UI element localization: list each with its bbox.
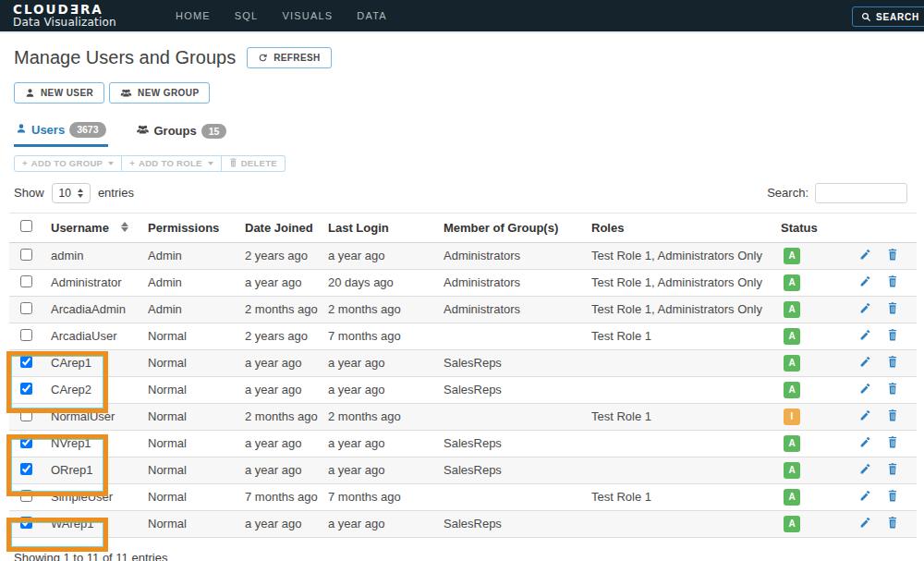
entries-summary: Showing 1 to 11 of 11 entries [14, 551, 924, 561]
edit-pencil-icon[interactable] [859, 490, 871, 502]
delete-trash-icon[interactable] [887, 302, 898, 314]
cell-date-joined: a year ago [245, 376, 328, 403]
add-to-role-button[interactable]: + ADD TO ROLE [122, 155, 221, 172]
cell-last-login: 20 days ago [328, 269, 444, 296]
edit-pencil-icon[interactable] [859, 356, 871, 368]
add-to-group-label: ADD TO GROUP [31, 158, 103, 168]
table-search-input[interactable] [815, 183, 907, 203]
edit-pencil-icon[interactable] [859, 383, 871, 395]
header-member-of-groups[interactable]: Member of Group(s) [444, 213, 591, 242]
cell-roles [591, 430, 781, 457]
edit-pencil-icon[interactable] [859, 409, 871, 421]
delete-trash-icon[interactable] [887, 409, 898, 421]
sort-icon[interactable] [121, 222, 128, 232]
header-date-joined[interactable]: Date Joined [245, 213, 328, 242]
edit-pencil-icon[interactable] [859, 249, 871, 261]
edit-pencil-icon[interactable] [859, 436, 871, 448]
cell-member-of-groups: SalesReps [444, 457, 591, 483]
status-badge: A [784, 382, 800, 398]
row-checkbox[interactable] [20, 436, 32, 448]
cell-roles [591, 510, 781, 537]
cell-date-joined: 7 months ago [245, 483, 328, 510]
nav-item-visuals[interactable]: VISUALS [282, 3, 333, 29]
cell-date-joined: 2 months ago [245, 296, 328, 323]
users-group-icon [120, 88, 132, 98]
row-checkbox[interactable] [20, 302, 32, 314]
cell-permissions: Normal [148, 483, 245, 510]
cell-username: CArep1 [51, 349, 148, 376]
cell-permissions: Normal [148, 430, 245, 457]
delete-trash-icon[interactable] [887, 490, 898, 502]
row-checkbox[interactable] [20, 356, 32, 368]
header-status[interactable]: Status [781, 213, 850, 242]
header-roles[interactable]: Roles [591, 213, 781, 242]
table-row: WArep1 Normal a year ago a year ago Sale… [9, 510, 917, 537]
delete-button[interactable]: DELETE [222, 155, 286, 172]
row-checkbox[interactable] [20, 249, 32, 261]
row-checkbox[interactable] [20, 490, 32, 502]
edit-pencil-icon[interactable] [859, 275, 871, 287]
refresh-button[interactable]: REFRESH [247, 47, 332, 68]
nav-item-home[interactable]: HOME [176, 3, 211, 29]
page-size-select[interactable]: 10 [52, 183, 91, 203]
row-checkbox[interactable] [20, 329, 32, 341]
table-row: ArcadiaUser Normal 2 years ago 7 months … [9, 323, 917, 349]
add-to-role-label: ADD TO ROLE [139, 158, 202, 168]
edit-pencil-icon[interactable] [859, 463, 871, 475]
row-checkbox[interactable] [20, 409, 32, 421]
edit-pencil-icon[interactable] [859, 329, 871, 341]
bulk-actions-toolbar: + ADD TO GROUP + ADD TO ROLE DELETE [14, 155, 924, 172]
delete-trash-icon[interactable] [887, 356, 898, 368]
nav-menu: HOME SQL VISUALS DATA [176, 3, 411, 29]
header-last-login[interactable]: Last Login [328, 213, 444, 242]
top-navbar: CLOUDƎRA Data Visualization HOME SQL VIS… [0, 0, 924, 33]
add-to-group-button[interactable]: + ADD TO GROUP [14, 155, 122, 172]
refresh-button-label: REFRESH [274, 53, 321, 63]
delete-trash-icon[interactable] [887, 383, 898, 395]
cell-last-login: a year ago [328, 510, 444, 537]
refresh-icon [258, 53, 268, 63]
select-all-checkbox[interactable] [20, 220, 32, 232]
cell-last-login: 2 months ago [328, 403, 444, 430]
status-badge: A [784, 462, 800, 479]
cell-permissions: Normal [148, 323, 245, 349]
delete-trash-icon[interactable] [887, 275, 898, 287]
table-row: admin Admin 2 years ago a year ago Admin… [9, 242, 917, 269]
table-row: SimpleUser Normal 7 months ago 7 months … [9, 483, 917, 510]
tab-users[interactable]: Users 3673 [14, 120, 108, 147]
row-checkbox[interactable] [20, 463, 32, 475]
edit-pencil-icon[interactable] [859, 302, 871, 314]
new-group-button[interactable]: NEW GROUP [109, 82, 210, 104]
nav-item-sql[interactable]: SQL [235, 3, 259, 29]
cell-permissions: Admin [148, 296, 245, 323]
tab-groups[interactable]: Groups 15 [134, 120, 229, 147]
cell-date-joined: a year ago [245, 510, 328, 537]
users-table-wrap: Username Permissions Date Joined Last Lo… [9, 213, 917, 538]
header-permissions[interactable]: Permissions [148, 213, 245, 242]
groups-count-badge: 15 [201, 124, 227, 140]
table-row: NVrep1 Normal a year ago a year ago Sale… [9, 430, 917, 457]
delete-trash-icon[interactable] [887, 463, 898, 475]
search-button[interactable]: SEARCH [852, 6, 924, 27]
status-badge: A [784, 355, 800, 372]
header-username[interactable]: Username [51, 213, 148, 242]
row-checkbox[interactable] [20, 383, 32, 395]
delete-trash-icon[interactable] [887, 329, 898, 341]
delete-trash-icon[interactable] [887, 436, 898, 448]
row-checkbox[interactable] [20, 517, 32, 529]
chevron-down-icon [108, 162, 114, 165]
tab-groups-label: Groups [154, 124, 197, 138]
table-row: ArcadiaAdmin Admin 2 months ago 2 months… [9, 296, 917, 323]
delete-trash-icon[interactable] [887, 517, 898, 529]
cell-username: NormalUser [51, 403, 148, 430]
row-checkbox[interactable] [20, 275, 32, 287]
cell-date-joined: a year ago [245, 349, 328, 376]
cell-username: ArcadiaAdmin [51, 296, 148, 323]
new-user-button[interactable]: NEW USER [14, 82, 104, 104]
cell-last-login: a year ago [328, 430, 444, 457]
cell-username: NVrep1 [51, 430, 148, 457]
edit-pencil-icon[interactable] [859, 517, 871, 529]
delete-trash-icon[interactable] [887, 249, 898, 261]
cell-permissions: Normal [148, 403, 245, 430]
nav-item-data[interactable]: DATA [357, 3, 387, 29]
